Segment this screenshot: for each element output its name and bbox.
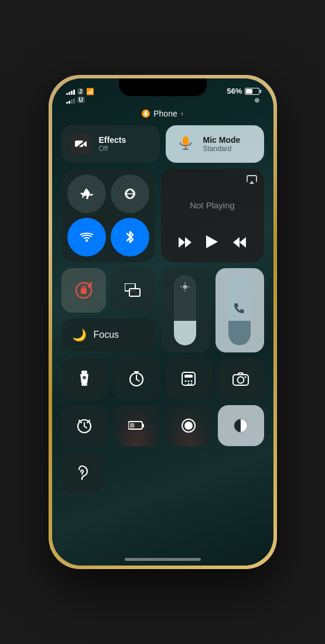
cellular-data-button[interactable] [111,174,149,213]
airplay-icon [247,174,257,185]
svg-point-54 [184,422,193,430]
signal-bars-2 [66,97,75,104]
svg-rect-0 [145,111,147,115]
svg-rect-35 [184,375,193,378]
control-center: Effects Off [52,121,273,566]
media-controls [169,233,256,254]
sun-icon [180,282,190,292]
wifi-button[interactable] [67,218,106,256]
rewind-icon [179,237,191,248]
mic-icon [143,111,148,117]
effects-text: Effects Off [99,135,126,153]
brightness-slider-tile[interactable] [161,268,210,352]
volume-phone-icon [233,302,246,318]
svg-point-43 [238,377,244,383]
hearing-tile[interactable] [61,452,102,493]
svg-rect-51 [142,424,144,427]
timer-tile[interactable] [114,358,160,399]
phone-frame: J 📶 U 56% [49,75,277,569]
svg-point-40 [188,383,190,385]
brightness-fill [174,321,196,345]
svg-marker-10 [179,237,185,248]
controls-left: 🌙 Focus [61,268,155,352]
forward-icon [233,237,246,248]
play-icon [206,235,218,248]
notch [119,78,207,96]
carrier-badge-j: J [77,88,84,95]
screen-mirror-icon [125,283,141,297]
hearing-icon [76,465,88,480]
rewind-button[interactable] [176,235,194,253]
signal-bar [69,101,70,104]
mic-mode-icon [175,133,196,155]
airplane-icon [80,187,93,200]
svg-point-9 [85,239,88,242]
focus-tile[interactable]: 🌙 Focus [61,318,155,351]
volume-fill [228,321,251,345]
svg-point-41 [191,383,193,385]
rotation-lock-icon [74,280,94,300]
signal-row-1: J 📶 [66,88,95,95]
wifi-icon-status: 📶 [86,88,94,95]
row-network-media: Not Playing [61,169,264,262]
volume-slider-tile[interactable] [215,268,264,352]
effects-subtitle: Off [99,145,126,153]
network-tile [61,169,155,262]
active-call-banner[interactable]: Phone › [52,107,273,121]
signal-bar [71,100,73,104]
svg-rect-17 [82,286,85,289]
play-button[interactable] [204,233,220,254]
volume-track [228,275,251,345]
phone-screen: J 📶 U 56% [52,78,273,566]
alarm-icon [77,417,92,434]
alarm-tile[interactable] [61,405,108,446]
mic-mode-tile[interactable]: Mic Mode Standard [166,125,264,163]
effects-title: Effects [99,135,126,145]
svg-line-47 [84,426,87,428]
screen-lock-indicator: ⊕ [254,97,259,104]
airplane-mode-button[interactable] [67,174,106,213]
signal-bar [73,90,75,95]
carrier-badge-u: U [77,97,85,103]
micmode-text: Mic Mode Standard [203,135,241,153]
screen-record-tile[interactable] [166,405,212,446]
contrast-tile[interactable] [218,405,264,446]
svg-point-36 [185,381,187,382]
row-tools [61,358,264,399]
svg-rect-52 [130,423,135,428]
rotation-lock-tile[interactable] [61,268,106,313]
bluetooth-icon [126,231,134,244]
focus-label: Focus [94,330,119,340]
flashlight-tile[interactable] [61,358,108,399]
effects-tile[interactable]: Effects Off [61,125,160,163]
cellular-icon [124,188,136,200]
row-hearing [61,452,264,493]
battery-status-icon [128,421,145,430]
rotation-mirror-row [61,268,155,313]
svg-point-44 [245,376,247,378]
calculator-icon [181,371,196,386]
signal-row-2: U [66,97,95,104]
row-extras [61,405,264,446]
svg-point-57 [241,426,244,429]
battery-status-tile[interactable] [114,405,160,446]
bluetooth-button[interactable] [111,218,149,256]
camera-tile[interactable] [218,358,264,399]
row-controls-sliders: 🌙 Focus [61,268,264,352]
svg-rect-4 [183,136,189,146]
phone-screen-container: J 📶 U 56% [52,78,273,566]
screen-mirror-tile[interactable] [111,268,155,313]
not-playing-label: Not Playing [169,177,256,233]
moon-icon: 🌙 [72,328,87,342]
wifi-icon [80,232,93,242]
timer-icon [129,371,144,386]
effects-icon [71,133,92,155]
signal-bar [71,91,73,95]
micmode-title: Mic Mode [203,135,241,145]
calculator-tile[interactable] [166,358,212,399]
airplay-button[interactable] [247,174,257,187]
signal-bar [66,93,68,95]
forward-button[interactable] [231,235,248,253]
svg-marker-14 [233,237,240,248]
svg-marker-11 [185,237,191,248]
